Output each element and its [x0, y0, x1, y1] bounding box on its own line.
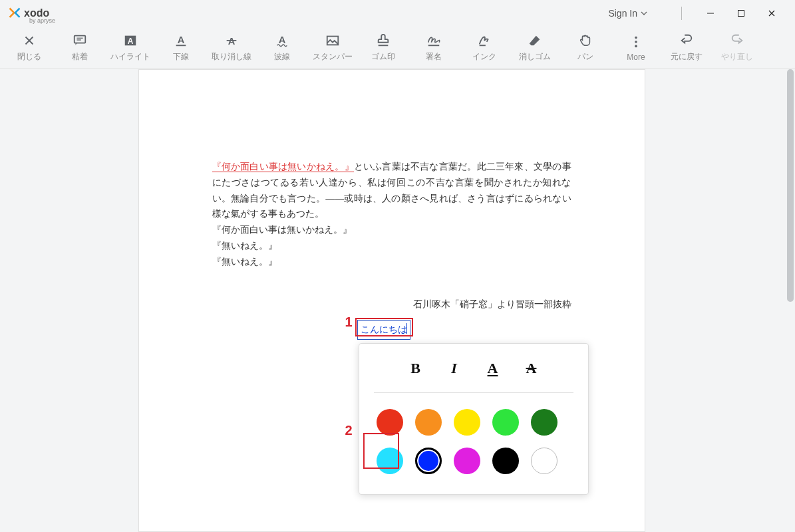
- quote-line: 『何か面白い事は無いかねえ。』: [212, 222, 571, 238]
- attribution: 石川啄木「硝子窓」より冒頭一部抜粋: [212, 297, 571, 313]
- more-button[interactable]: More: [611, 34, 661, 62]
- redo-label: やり直し: [721, 51, 753, 63]
- stamp-label: ゴム印: [371, 51, 395, 63]
- squiggly-button[interactable]: A波線: [257, 33, 307, 63]
- eraser-icon: [528, 33, 542, 49]
- svg-text:A: A: [178, 35, 185, 45]
- paragraph-body: 『何か面白い事は無いかねえ。』といふ言葉は不吉な言葉だ。此二三年來、文學の事にた…: [212, 159, 571, 222]
- window-maximize-button[interactable]: [726, 3, 756, 24]
- color-yellow[interactable]: [454, 409, 480, 436]
- stamper-button[interactable]: スタンパー: [307, 33, 358, 63]
- strikethrough-format-button[interactable]: A: [524, 356, 540, 380]
- color-blue[interactable]: [415, 448, 442, 474]
- ink-icon: [477, 33, 492, 49]
- undo-button[interactable]: 元に戻す: [661, 33, 712, 63]
- text-format-popup: B I A A: [359, 343, 589, 495]
- color-white[interactable]: [531, 448, 557, 474]
- underline-format-button[interactable]: A: [485, 356, 501, 380]
- more-label: More: [627, 53, 645, 62]
- hand-icon: [578, 33, 593, 49]
- close-icon: [22, 33, 37, 49]
- xodo-logo-icon: [8, 7, 21, 20]
- callout-box-1: [355, 318, 413, 336]
- window-controls: [695, 3, 787, 24]
- squiggly-label: 波線: [274, 51, 290, 63]
- ink-label: インク: [472, 51, 496, 63]
- svg-point-17: [635, 41, 637, 43]
- eraser-label: 消しゴム: [519, 51, 551, 63]
- signature-label: 署名: [426, 51, 442, 63]
- quote-line: 『無いねえ。』: [212, 254, 571, 270]
- separator: [681, 7, 682, 20]
- sign-in-label: Sign In: [608, 8, 637, 19]
- color-dark-green[interactable]: [531, 409, 557, 436]
- italic-button[interactable]: I: [446, 356, 462, 380]
- callout-marker-1: 1: [345, 311, 353, 333]
- chevron-down-icon: [640, 9, 648, 17]
- redo-icon: [730, 33, 744, 49]
- window-minimize-button[interactable]: [695, 3, 726, 24]
- stamper-label: スタンパー: [313, 51, 353, 63]
- sticky-note-button[interactable]: 粘着: [55, 33, 105, 63]
- highlight-label: ハイライト: [110, 51, 150, 63]
- rubber-stamp-button[interactable]: ゴム印: [358, 33, 408, 63]
- scrollbar-thumb[interactable]: [787, 69, 794, 302]
- vertical-scrollbar[interactable]: [784, 69, 795, 532]
- close-button[interactable]: 閉じる: [4, 33, 55, 63]
- brand-subtext: by apryse: [29, 17, 55, 24]
- color-orange[interactable]: [415, 409, 442, 436]
- strikeout-icon: A: [224, 33, 239, 49]
- sticky-label: 粘着: [72, 51, 88, 63]
- undo-label: 元に戻す: [671, 51, 703, 63]
- callout-marker-2: 2: [345, 419, 353, 442]
- squiggly-icon: A: [275, 33, 289, 49]
- svg-rect-1: [738, 11, 744, 17]
- sticky-note-icon: [73, 33, 87, 49]
- toolbar: 閉じる 粘着 Aハイライト A下線 A取り消し線 A波線 スタンパー ゴム印 署…: [0, 27, 795, 69]
- pdf-page[interactable]: 『何か面白い事は無いかねえ。』といふ言葉は不吉な言葉だ。此二三年來、文學の事にた…: [138, 69, 645, 532]
- format-row: B I A A: [374, 356, 573, 393]
- window-close-button[interactable]: [756, 3, 787, 24]
- image-icon: [325, 33, 340, 49]
- quote-line: 『無いねえ。』: [212, 238, 571, 254]
- ink-button[interactable]: インク: [459, 33, 510, 63]
- svg-rect-2: [75, 36, 86, 43]
- titlebar: xodo by apryse Sign In: [0, 0, 795, 27]
- color-magenta[interactable]: [454, 448, 480, 474]
- underlined-text: 『何か面白い事は無いかねえ。』: [212, 161, 354, 172]
- stamp-icon: [376, 33, 391, 49]
- underline-icon: A: [174, 33, 188, 49]
- document-viewport[interactable]: 『何か面白い事は無いかねえ。』といふ言葉は不吉な言葉だ。此二三年來、文學の事にた…: [0, 69, 783, 532]
- redo-button[interactable]: やり直し: [712, 33, 762, 63]
- highlight-button[interactable]: Aハイライト: [105, 33, 156, 63]
- sign-in-button[interactable]: Sign In: [608, 8, 648, 19]
- close-label: 閉じる: [17, 51, 41, 63]
- callout-box-2: [363, 433, 399, 469]
- signature-icon: [426, 33, 441, 49]
- eraser-button[interactable]: 消しゴム: [510, 33, 560, 63]
- svg-point-16: [635, 36, 637, 39]
- underline-label: 下線: [173, 51, 189, 63]
- bold-button[interactable]: B: [408, 356, 424, 380]
- svg-point-18: [635, 45, 637, 47]
- underline-button[interactable]: A下線: [156, 33, 206, 63]
- svg-text:A: A: [279, 35, 286, 45]
- dots-vertical-icon: [629, 34, 643, 50]
- signature-button[interactable]: 署名: [408, 33, 459, 63]
- color-green[interactable]: [492, 409, 519, 436]
- color-black[interactable]: [492, 448, 519, 474]
- pan-button[interactable]: パン: [560, 33, 611, 63]
- color-swatches: [369, 409, 579, 474]
- highlight-icon: A: [123, 33, 138, 49]
- undo-icon: [679, 33, 694, 49]
- color-red[interactable]: [377, 409, 403, 436]
- pan-label: パン: [577, 51, 593, 63]
- strikeout-button[interactable]: A取り消し線: [206, 33, 257, 63]
- svg-text:A: A: [128, 37, 134, 46]
- strikeout-label: 取り消し線: [212, 51, 251, 63]
